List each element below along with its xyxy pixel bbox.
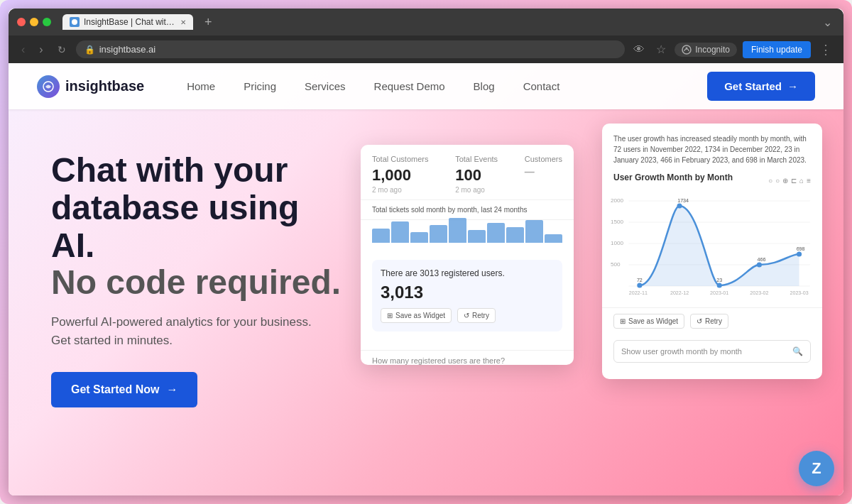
svg-point-2 <box>686 47 688 49</box>
svg-point-19 <box>717 283 722 288</box>
close-dot[interactable] <box>17 18 26 26</box>
nav-pricing[interactable]: Pricing <box>244 80 276 92</box>
retry-icon: ↺ <box>464 312 469 319</box>
retry-btn-2[interactable]: ↺ Retry <box>690 314 728 329</box>
incognito-badge: Incognito <box>674 43 737 57</box>
address-bar[interactable]: 🔒 insightbase.ai <box>76 40 626 58</box>
browser-dots <box>17 18 51 26</box>
metric-total-events: Total Events 100 2 mo ago <box>455 155 498 194</box>
save-widget-btn-1[interactable]: ⊞ Save as Widget <box>381 308 452 323</box>
svg-text:2023-01: 2023-01 <box>710 290 728 295</box>
browser-chrome: InsightBase | Chat with your d ✕ + ⌄ ‹ ›… <box>9 9 843 63</box>
lock-icon: 🔒 <box>84 45 95 55</box>
svg-point-22 <box>757 263 762 268</box>
metric-customers-col: Customers — <box>525 155 562 194</box>
hero-visuals: Total Customers 1,000 2 mo ago Total Eve… <box>361 124 822 407</box>
bookmark-icon[interactable]: ☆ <box>653 40 669 59</box>
maximize-dot[interactable] <box>43 18 51 26</box>
site-nav: Home Pricing Services Request Demo Blog … <box>187 80 707 92</box>
site-logo: insightbase <box>37 75 144 98</box>
toolbar-actions: 👁 ☆ Incognito Finish update ⋮ <box>630 40 835 59</box>
mini-barchart <box>361 220 574 248</box>
widget-icon-2: ⊞ <box>620 317 626 325</box>
retry-icon-2: ↺ <box>697 317 702 325</box>
svg-point-16 <box>677 204 682 209</box>
incognito-icon <box>682 45 692 55</box>
hero-text: Chat with your database using AI. No cod… <box>51 152 349 481</box>
svg-text:1000: 1000 <box>611 240 624 246</box>
svg-point-25 <box>797 252 802 257</box>
tab-menu-icon[interactable]: ⌄ <box>820 16 835 29</box>
widget-icon: ⊞ <box>387 312 393 319</box>
card2-actions: ⊞ Save as Widget ↺ Retry <box>602 307 822 334</box>
nav-contact[interactable]: Contact <box>523 80 560 92</box>
svg-text:698: 698 <box>797 246 805 251</box>
nav-services[interactable]: Services <box>305 80 346 92</box>
hero-title: Chat with your database using AI. No cod… <box>51 152 349 302</box>
new-tab-btn[interactable]: + <box>199 15 218 30</box>
minimize-dot[interactable] <box>30 18 38 26</box>
svg-text:2023-02: 2023-02 <box>750 290 768 295</box>
nav-blog[interactable]: Blog <box>474 80 495 92</box>
svg-text:2023-03: 2023-03 <box>790 290 808 295</box>
svg-point-1 <box>682 45 691 54</box>
chart-menu-icon[interactable]: ≡ <box>807 177 811 185</box>
browser-toolbar: ‹ › ↻ 🔒 insightbase.ai 👁 ☆ Incognito Fin… <box>9 35 843 63</box>
retry-btn-1[interactable]: ↺ Retry <box>457 308 496 323</box>
card2-input[interactable]: Show user growth month by month 🔍 <box>613 340 811 363</box>
metric-total-customers: Total Customers 1,000 2 mo ago <box>372 155 428 194</box>
finish-update-button[interactable]: Finish update <box>743 41 811 58</box>
svg-text:72: 72 <box>637 278 643 283</box>
card2-header: The user growth has increased steadily m… <box>602 124 822 194</box>
line-chart: 2000 1500 1000 500 <box>602 194 822 307</box>
more-options-icon[interactable]: ⋮ <box>816 42 835 57</box>
eye-slash-icon[interactable]: 👁 <box>630 40 648 59</box>
chat-area: There are 3013 registered users. 3,013 ⊞… <box>361 248 574 350</box>
refresh-button[interactable]: ↻ <box>53 43 70 57</box>
save-widget-btn-2[interactable]: ⊞ Save as Widget <box>613 314 684 329</box>
svg-text:466: 466 <box>757 257 765 262</box>
card1-header: Total Customers 1,000 2 mo ago Total Eve… <box>361 145 574 200</box>
preview-card-1: Total Customers 1,000 2 mo ago Total Eve… <box>361 145 574 365</box>
navbar-get-started-button[interactable]: Get Started → <box>707 72 815 101</box>
svg-point-13 <box>637 283 642 288</box>
back-button[interactable]: ‹ <box>17 42 29 57</box>
hero-subtitle: Powerful AI-powered analytics for your b… <box>51 313 349 349</box>
svg-point-0 <box>72 19 77 25</box>
page-content: insightbase Home Pricing Services Reques… <box>9 63 843 495</box>
svg-text:23: 23 <box>716 278 722 283</box>
nav-home[interactable]: Home <box>187 80 215 92</box>
svg-text:2022-12: 2022-12 <box>670 290 689 295</box>
chart-tool-4[interactable]: ⊏ <box>791 177 797 185</box>
outer-wrapper: InsightBase | Chat with your d ✕ + ⌄ ‹ ›… <box>0 0 852 504</box>
svg-text:1734: 1734 <box>677 198 689 203</box>
tab-close-btn[interactable]: ✕ <box>180 18 186 26</box>
chart-toolbar: ○ ○ ⊕ ⊏ ⌂ ≡ <box>768 177 811 185</box>
browser-titlebar: InsightBase | Chat with your d ✕ + ⌄ <box>9 9 843 35</box>
fab-button[interactable]: Z <box>799 451 834 486</box>
tab-title: InsightBase | Chat with your d <box>84 17 176 27</box>
chat-bubble: There are 3013 registered users. 3,013 ⊞… <box>372 260 562 332</box>
chart-svg: 2000 1500 1000 500 <box>611 194 814 307</box>
preview-card-2: The user growth has increased steadily m… <box>602 124 822 379</box>
card1-input-area[interactable]: How many registered users are there? <box>361 350 574 365</box>
svg-text:500: 500 <box>611 261 621 268</box>
logo-text: insightbase <box>65 78 144 94</box>
search-icon: 🔍 <box>792 346 803 356</box>
browser-window: InsightBase | Chat with your d ✕ + ⌄ ‹ ›… <box>9 9 843 495</box>
svg-text:1500: 1500 <box>611 219 624 225</box>
forward-button[interactable]: › <box>35 42 47 57</box>
chart-tool-3[interactable]: ⊕ <box>782 177 788 185</box>
chart-tool-5[interactable]: ⌂ <box>799 177 804 185</box>
url-text: insightbase.ai <box>99 44 156 55</box>
chat-actions: ⊞ Save as Widget ↺ Retry <box>381 308 554 323</box>
hero-get-started-button[interactable]: Get Started Now → <box>51 372 197 407</box>
site-navbar: insightbase Home Pricing Services Reques… <box>9 63 843 109</box>
nav-request-demo[interactable]: Request Demo <box>374 80 445 92</box>
hero-section: Chat with your database using AI. No cod… <box>9 109 843 495</box>
incognito-label: Incognito <box>695 45 730 55</box>
browser-tab[interactable]: InsightBase | Chat with your d ✕ <box>62 14 193 30</box>
logo-icon <box>37 75 60 98</box>
chart-tool-1[interactable]: ○ <box>768 177 772 185</box>
chart-tool-2[interactable]: ○ <box>775 177 780 185</box>
